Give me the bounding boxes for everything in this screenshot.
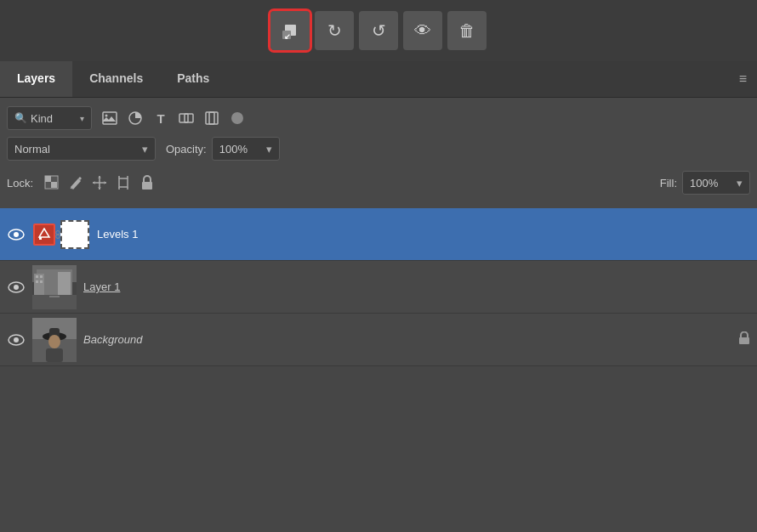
svg-rect-18 bbox=[119, 178, 128, 187]
svg-rect-3 bbox=[103, 112, 117, 124]
undo-button[interactable]: ↺ bbox=[359, 11, 398, 50]
svg-text:↙: ↙ bbox=[284, 32, 291, 41]
lock-image-pixels-icon[interactable] bbox=[67, 174, 84, 191]
layer-list: Levels 1 bbox=[0, 208, 757, 366]
lock-transparent-pixels-icon[interactable] bbox=[43, 174, 60, 191]
tabs-row: Layers Channels Paths ≡ bbox=[0, 61, 757, 98]
layer-item-levels1[interactable]: Levels 1 bbox=[0, 208, 757, 261]
circle-filter-icon[interactable] bbox=[126, 109, 145, 127]
lock-artboard-icon[interactable] bbox=[115, 174, 132, 191]
fill-section: Fill: 100% ▾ bbox=[660, 171, 750, 195]
mask-thumb-levels1 bbox=[60, 220, 89, 249]
svg-rect-42 bbox=[36, 280, 38, 283]
solid-circle-filter-icon[interactable] bbox=[228, 109, 247, 127]
svg-rect-13 bbox=[45, 182, 51, 188]
svg-rect-54 bbox=[46, 348, 63, 362]
search-icon-small: 🔍 bbox=[14, 112, 27, 124]
svg-rect-9 bbox=[209, 112, 218, 124]
fill-chevron: ▾ bbox=[737, 177, 743, 190]
text-filter-icon[interactable]: T bbox=[151, 109, 170, 127]
svg-point-10 bbox=[231, 112, 243, 124]
opacity-label: Opacity: bbox=[166, 143, 207, 156]
svg-rect-12 bbox=[51, 176, 57, 182]
background-lock-icon bbox=[738, 331, 750, 348]
layer-name-levels1: Levels 1 bbox=[97, 228, 750, 241]
layer-item-background[interactable]: Background bbox=[0, 314, 757, 366]
svg-rect-14 bbox=[51, 182, 57, 188]
filter-icons: T bbox=[100, 109, 247, 127]
lock-row: Lock: bbox=[7, 167, 750, 198]
layer-name-background: Background bbox=[83, 333, 731, 346]
tab-layers[interactable]: Layers bbox=[0, 61, 72, 97]
top-toolbar: ↙ ↻ ↺ 👁 🗑 bbox=[0, 0, 757, 61]
svg-rect-7 bbox=[185, 114, 193, 122]
svg-rect-39 bbox=[58, 272, 71, 295]
svg-point-47 bbox=[14, 337, 19, 342]
opacity-dropdown[interactable]: 100% ▾ bbox=[212, 137, 280, 161]
toggle-visibility-button[interactable]: 👁 bbox=[403, 11, 442, 50]
new-adjustment-layer-button[interactable]: ↙ bbox=[270, 11, 310, 50]
svg-point-32 bbox=[14, 285, 19, 290]
adjustment-icon-levels1 bbox=[33, 224, 55, 246]
image-filter-icon[interactable] bbox=[100, 109, 119, 127]
opacity-section: Opacity: 100% ▾ bbox=[166, 137, 280, 161]
clipboard-filter-icon[interactable] bbox=[202, 109, 221, 127]
svg-rect-41 bbox=[40, 275, 43, 278]
kind-dropdown[interactable]: 🔍 Kind ▾ bbox=[7, 106, 92, 130]
panel-menu-button[interactable]: ≡ bbox=[729, 61, 757, 97]
svg-point-28 bbox=[56, 230, 60, 235]
link-layers-button[interactable]: ↻ bbox=[315, 11, 354, 50]
filter-row: 🔍 Kind ▾ T bbox=[7, 106, 750, 130]
blend-mode-chevron: ▾ bbox=[142, 143, 148, 156]
blend-mode-value: Normal bbox=[14, 143, 50, 156]
tab-channels[interactable]: Channels bbox=[72, 61, 160, 97]
layer-name-layer1: Layer 1 bbox=[83, 280, 750, 293]
tab-paths[interactable]: Paths bbox=[160, 61, 226, 97]
lock-label: Lock: bbox=[7, 177, 33, 190]
svg-rect-6 bbox=[179, 114, 188, 122]
blend-mode-dropdown[interactable]: Normal ▾ bbox=[7, 137, 156, 161]
svg-rect-45 bbox=[49, 296, 60, 297]
svg-rect-37 bbox=[34, 274, 44, 295]
svg-rect-43 bbox=[40, 280, 43, 283]
kind-chevron: ▾ bbox=[80, 114, 84, 123]
visibility-toggle-background[interactable] bbox=[7, 331, 26, 349]
opacity-value: 100% bbox=[219, 143, 248, 156]
svg-rect-38 bbox=[46, 278, 53, 295]
blend-row: Normal ▾ Opacity: 100% ▾ bbox=[7, 137, 750, 161]
svg-rect-55 bbox=[739, 337, 749, 344]
fill-label: Fill: bbox=[660, 177, 677, 190]
layer-item-layer1[interactable]: Layer 1 bbox=[0, 261, 757, 314]
svg-marker-27 bbox=[39, 229, 49, 237]
lock-position-icon[interactable] bbox=[91, 174, 108, 191]
shape-filter-icon[interactable] bbox=[177, 109, 196, 127]
svg-rect-40 bbox=[36, 275, 38, 278]
svg-rect-8 bbox=[206, 112, 214, 124]
opacity-chevron: ▾ bbox=[266, 143, 272, 156]
svg-point-29 bbox=[56, 235, 60, 239]
panel-content: 🔍 Kind ▾ T Normal ▾ bbox=[0, 98, 757, 208]
svg-rect-23 bbox=[142, 182, 152, 190]
fill-value: 100% bbox=[690, 177, 718, 190]
svg-point-53 bbox=[48, 335, 60, 348]
lock-all-icon[interactable] bbox=[139, 174, 156, 191]
kind-label: Kind bbox=[31, 112, 53, 125]
visibility-toggle-layer1[interactable] bbox=[7, 278, 26, 297]
svg-point-4 bbox=[105, 115, 108, 117]
thumbnail-background bbox=[32, 318, 77, 362]
fill-dropdown[interactable]: 100% ▾ bbox=[682, 171, 750, 195]
delete-layer-button[interactable]: 🗑 bbox=[447, 11, 487, 50]
visibility-toggle-levels1[interactable] bbox=[7, 225, 26, 244]
svg-point-25 bbox=[14, 232, 19, 237]
thumbnail-layer1 bbox=[32, 265, 77, 309]
svg-rect-11 bbox=[45, 176, 51, 182]
